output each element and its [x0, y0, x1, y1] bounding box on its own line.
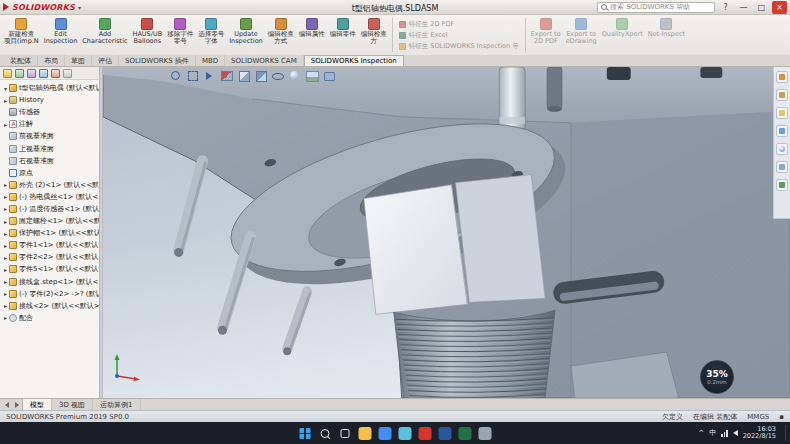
menu-chevron-icon[interactable]: ▾ [78, 4, 81, 11]
apply-scene-icon[interactable] [305, 69, 318, 82]
tree-expander[interactable]: ▸ [2, 242, 9, 249]
ribbon-button[interactable]: Update Inspection [227, 16, 265, 54]
tree-expander[interactable]: ▸ [2, 181, 9, 188]
tree-expander[interactable]: ▸ [2, 193, 9, 200]
ribbon-button[interactable]: 移除字件 零号 [165, 16, 195, 54]
tree-expander[interactable]: ▸ [2, 278, 9, 285]
command-tab[interactable]: SOLIDWORKS Inspection [304, 55, 404, 66]
network-icon[interactable] [721, 429, 728, 437]
ribbon-button[interactable]: Export to 2D PDF [529, 16, 563, 54]
custom-properties-tab-icon[interactable] [776, 161, 788, 173]
command-tab[interactable]: SOLIDWORKS CAM [225, 55, 304, 66]
command-tab[interactable]: SOLIDWORKS 插件 [119, 55, 196, 66]
command-tab[interactable]: 装配体 [4, 55, 38, 66]
tree-item[interactable]: ▸ 零件2<2> (默认<<默认>_显示状 [2, 251, 99, 263]
minimize-button[interactable]: — [736, 1, 751, 14]
ribbon-button[interactable]: QualityXpert [600, 16, 645, 54]
file-explorer-icon[interactable] [359, 427, 372, 440]
tree-item[interactable]: ▸ 接线盒.step<1> (默认<<默认>_ [2, 276, 99, 288]
ribbon-button[interactable]: 编辑检查 方 [359, 16, 389, 54]
help-search-box[interactable]: 搜索 SOLIDWORKS 帮助 [597, 2, 715, 13]
tray-chevron-icon[interactable]: ^ [698, 429, 704, 437]
model-3d[interactable] [103, 67, 790, 398]
forum-tab-icon[interactable] [776, 179, 788, 191]
command-tab[interactable]: 草图 [65, 55, 92, 66]
ribbon-button[interactable]: 编辑属性 [297, 16, 327, 54]
tree-item[interactable]: 前视基准面 [2, 130, 99, 142]
model-tab[interactable]: 运动算例1 [93, 399, 140, 410]
volume-icon[interactable] [733, 430, 738, 436]
tree-expander[interactable]: ▸ [2, 266, 9, 273]
tree-item[interactable]: ▾ t型铝轴热电偶 (默认<默认_显示状态-1 [2, 82, 99, 94]
edge-icon[interactable] [379, 427, 392, 440]
tree-expander[interactable]: ▸ [2, 254, 9, 261]
ribbon-button[interactable]: 新建检查 项目(imp.N [2, 16, 41, 54]
excel-icon[interactable] [459, 427, 472, 440]
browser-icon[interactable] [399, 427, 412, 440]
help-button[interactable]: ? [718, 1, 733, 14]
tree-item[interactable]: ▸ 接线<2> (默认<<默认>_显示状 [2, 300, 99, 312]
tree-item[interactable]: ▸ 外壳 (2)<1> (默认<<默认>_显示状 [2, 179, 99, 191]
tree-expander[interactable]: ▸ [2, 97, 9, 104]
hide-show-items-icon[interactable] [271, 69, 284, 82]
close-button[interactable]: × [772, 1, 787, 14]
ime-indicator[interactable]: 中 [709, 428, 716, 438]
displaymanager-tab-icon[interactable] [51, 69, 60, 78]
ribbon-option[interactable]: 特征生 Excel [399, 31, 519, 40]
previous-view-icon[interactable] [203, 69, 216, 82]
tree-item[interactable]: ▸ 配合 [2, 312, 99, 324]
tree-item[interactable]: ▸ 零件5<1> (默认<<默认>_显示状 [2, 263, 99, 275]
task-view-button[interactable] [339, 427, 352, 440]
search-button[interactable] [319, 427, 332, 440]
ribbon-button[interactable]: Net-Inspect [646, 16, 687, 54]
tab-scroll-right-icon[interactable] [12, 399, 22, 410]
settings-icon[interactable] [479, 427, 492, 440]
edit-appearance-icon[interactable] [288, 69, 301, 82]
appearances-scenes-tab-icon[interactable] [776, 143, 788, 155]
tree-item[interactable]: 原点 [2, 167, 99, 179]
tree-expander[interactable]: ▸ [2, 314, 9, 321]
tree-expander[interactable]: ▸ [2, 218, 9, 225]
tree-item[interactable]: 传感器 [2, 106, 99, 118]
tree-item[interactable]: ▸ (-) 温度传感器<1> (默认<<默认>_ [2, 203, 99, 215]
featuremanager-tab-icon[interactable] [3, 69, 12, 78]
word-icon[interactable] [439, 427, 452, 440]
ribbon-option[interactable]: 特征生 2D PDF [399, 20, 519, 29]
view-orientation-icon[interactable] [237, 69, 250, 82]
ribbon-button[interactable]: HAUS/UB Balloons [131, 16, 165, 54]
view-settings-icon[interactable] [322, 69, 335, 82]
dimxpertmanager-tab-icon[interactable] [39, 69, 48, 78]
section-view-icon[interactable] [220, 69, 233, 82]
resources-tab-icon[interactable] [776, 71, 788, 83]
ribbon-button[interactable]: Edit Inspection [42, 16, 80, 54]
tree-expander[interactable]: ▾ [2, 85, 9, 92]
tree-item[interactable]: ▸ 注解 [2, 118, 99, 130]
taskbar-clock[interactable]: 16:03 2022/8/15 [743, 426, 776, 441]
graphics-area[interactable]: 35% 0.2mm [103, 67, 790, 398]
tree-item[interactable]: 上视基准面 [2, 142, 99, 154]
ribbon-button[interactable]: 选择零号 字体 [196, 16, 226, 54]
command-tab[interactable]: 评估 [92, 55, 119, 66]
tree-item[interactable]: ▸ (-) 热电偶丝<1> (默认<<默认>_显 [2, 191, 99, 203]
model-tab[interactable]: 模型 [22, 399, 52, 410]
tree-item[interactable]: ▸ (-) 零件(2)<2> ->? (默认<<默认 [2, 288, 99, 300]
tree-item[interactable]: ▸ 保护帽<1> (默认<<默认>_显示状 [2, 227, 99, 239]
show-desktop-button[interactable] [785, 425, 787, 441]
tree-item[interactable]: 右视基准面 [2, 155, 99, 167]
configurationmanager-tab-icon[interactable] [27, 69, 36, 78]
zoom-fit-icon[interactable] [169, 69, 182, 82]
file-explorer-tab-icon[interactable] [776, 107, 788, 119]
ribbon-button[interactable]: 编辑零件 [328, 16, 358, 54]
start-button[interactable] [299, 427, 312, 440]
zoom-area-icon[interactable] [186, 69, 199, 82]
ribbon-button[interactable]: Export to eDrawing [564, 16, 599, 54]
view-palette-tab-icon[interactable] [776, 125, 788, 137]
tree-expander[interactable]: ▸ [2, 121, 9, 128]
ribbon-button[interactable]: 编辑检查 方式 [266, 16, 296, 54]
tree-expander[interactable]: ▸ [2, 205, 9, 212]
tree-item[interactable]: ▸ 零件1<1> (默认<<默认>_显示状 [2, 239, 99, 251]
propertymanager-tab-icon[interactable] [15, 69, 24, 78]
command-tab[interactable]: 布局 [38, 55, 65, 66]
command-tab[interactable]: MBD [196, 55, 225, 66]
tree-expander[interactable]: ▸ [2, 290, 9, 297]
